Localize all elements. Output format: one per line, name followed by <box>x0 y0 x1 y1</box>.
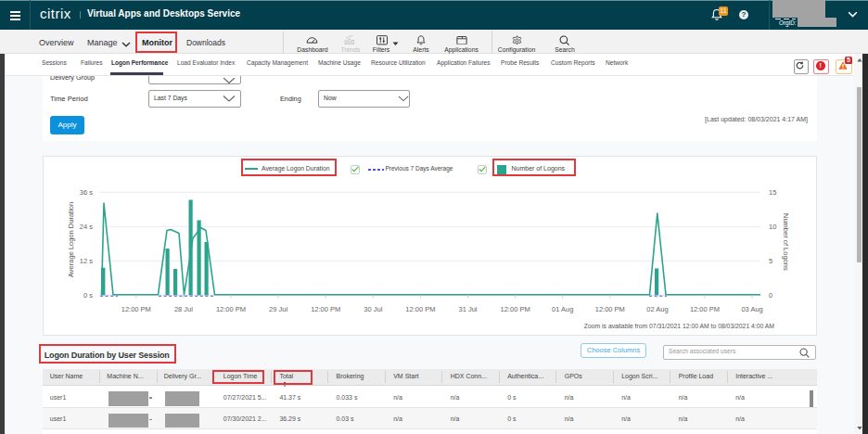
svg-text:12:00 PM: 12:00 PM <box>690 305 720 313</box>
svg-text:02 Aug: 02 Aug <box>646 305 668 313</box>
svg-text:Number of Logons: Number of Logons <box>782 213 790 271</box>
svg-text:24 s: 24 s <box>80 223 93 231</box>
svg-text:12:00 PM: 12:00 PM <box>216 305 246 313</box>
svg-text:0: 0 <box>769 291 772 300</box>
svg-text:12:00 PM: 12:00 PM <box>311 305 340 313</box>
svg-text:01 Aug: 01 Aug <box>552 305 573 313</box>
svg-text:36 s: 36 s <box>80 188 93 197</box>
svg-text:Average Logon Duration: Average Logon Duration <box>67 202 75 277</box>
svg-text:03 Aug: 03 Aug <box>741 305 762 313</box>
svg-text:12 s: 12 s <box>80 257 93 265</box>
svg-text:12:00 PM: 12:00 PM <box>405 305 435 313</box>
svg-text:30 Jul: 30 Jul <box>364 305 382 313</box>
svg-text:0 s: 0 s <box>83 291 93 300</box>
svg-text:10: 10 <box>769 223 776 231</box>
svg-text:5: 5 <box>769 257 772 265</box>
svg-text:28 Jul: 28 Jul <box>174 305 193 313</box>
svg-text:31 Jul: 31 Jul <box>458 305 477 313</box>
svg-text:Zoom is available from 07/31/2: Zoom is available from 07/31/2021 12:00 … <box>584 323 775 329</box>
svg-text:29 Jul: 29 Jul <box>269 305 287 313</box>
svg-text:12:00 PM: 12:00 PM <box>501 305 530 313</box>
svg-text:12:00 PM: 12:00 PM <box>121 305 151 313</box>
svg-text:12:00 PM: 12:00 PM <box>595 305 625 313</box>
svg-text:15: 15 <box>769 188 776 197</box>
